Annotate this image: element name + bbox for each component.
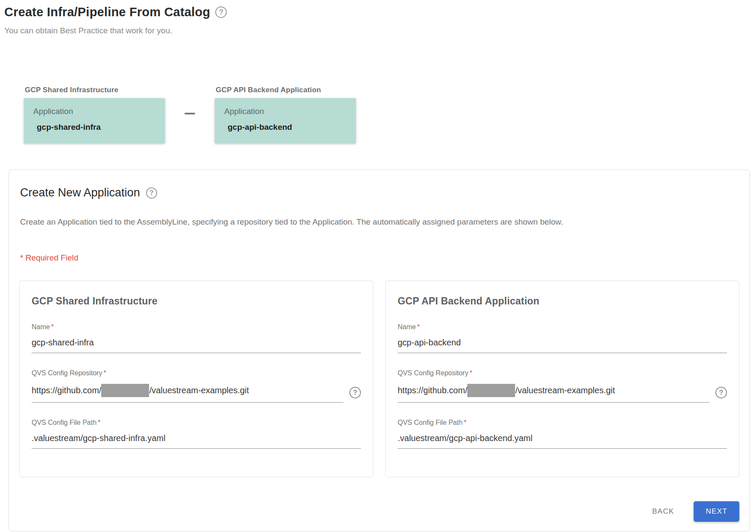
- path-field-label: QVS Config File Path*: [398, 419, 727, 427]
- name-input[interactable]: gcp-api-backend: [398, 334, 727, 353]
- repo-help-icon[interactable]: ?: [349, 387, 361, 398]
- name-field: Name* gcp-shared-infra: [32, 323, 361, 353]
- page-header: Create Infra/Pipeline From Catalog ? You…: [0, 0, 756, 35]
- repo-help-icon[interactable]: ?: [715, 387, 727, 398]
- redacted-text: [101, 384, 149, 397]
- preview-node-title: GCP Shared Infrastructure: [25, 86, 165, 94]
- name-field-label: Name*: [32, 323, 361, 331]
- page-subtitle: You can obtain Best Practice that work f…: [4, 26, 756, 35]
- node-name: gcp-api-backend: [228, 123, 346, 132]
- field-label-text: QVS Config Repository: [32, 369, 102, 377]
- name-field-label: Name*: [398, 323, 727, 331]
- qvs-config-file-path-field: QVS Config File Path* .valuestream/gcp-a…: [398, 419, 727, 449]
- page-title-help-icon[interactable]: ?: [215, 6, 227, 18]
- repo-value-prefix: https://github.com/: [32, 386, 101, 395]
- wizard-description: Create an Application tied to the Assemb…: [20, 217, 739, 227]
- repo-input[interactable]: https://github.com//valuestream-examples…: [398, 380, 709, 403]
- repo-input[interactable]: https://github.com//valuestream-examples…: [32, 380, 343, 403]
- field-label-text: Name: [32, 323, 50, 330]
- redacted-text: [467, 384, 515, 397]
- wizard-help-icon[interactable]: ?: [146, 187, 157, 199]
- node-name: gcp-shared-infra: [37, 123, 155, 132]
- path-field-label: QVS Config File Path*: [32, 419, 361, 427]
- wizard-actions: BACK NEXT: [19, 501, 739, 522]
- path-input[interactable]: .valuestream/gcp-shared-infra.yaml: [32, 430, 361, 449]
- node-kind-label: Application: [33, 107, 155, 116]
- field-label-text: QVS Config File Path: [32, 419, 97, 426]
- required-asterisk: *: [103, 369, 106, 377]
- preview-node-title: GCP API Backend Application: [216, 86, 356, 94]
- qvs-config-file-path-field: QVS Config File Path* .valuestream/gcp-s…: [32, 419, 361, 449]
- connector-line: [185, 113, 195, 114]
- field-label-text: QVS Config Repository: [398, 369, 468, 377]
- node-kind-label: Application: [224, 107, 346, 116]
- node-connector: [165, 86, 215, 114]
- section-title: GCP Shared Infrastructure: [32, 295, 361, 307]
- repo-value-suffix: /valuestream-examples.git: [515, 386, 615, 395]
- name-field: Name* gcp-api-backend: [398, 323, 727, 353]
- path-input[interactable]: .valuestream/gcp-api-backend.yaml: [398, 430, 727, 449]
- application-node-card: Application gcp-api-backend: [215, 98, 356, 143]
- section-gcp-api-backend-application: GCP API Backend Application Name* gcp-ap…: [385, 281, 739, 477]
- repo-value-prefix: https://github.com/: [398, 386, 467, 395]
- repo-field-label: QVS Config Repository*: [32, 369, 361, 377]
- required-asterisk: *: [417, 323, 420, 330]
- required-field-note: * Required Field: [20, 253, 739, 263]
- repo-value-suffix: /valuestream-examples.git: [149, 386, 249, 395]
- create-application-card: Create New Application ? Create an Appli…: [9, 170, 750, 532]
- name-input[interactable]: gcp-shared-infra: [32, 334, 361, 353]
- required-asterisk: *: [98, 419, 100, 426]
- preview-node-api-backend: GCP API Backend Application Application …: [215, 86, 356, 143]
- qvs-config-repository-field: QVS Config Repository* https://github.co…: [32, 369, 361, 403]
- required-asterisk: *: [464, 419, 466, 426]
- wizard-title: Create New Application: [20, 186, 140, 199]
- field-label-text: Name: [398, 323, 416, 330]
- preview-node-shared-infra: GCP Shared Infrastructure Application gc…: [24, 86, 165, 143]
- qvs-config-repository-field: QVS Config Repository* https://github.co…: [398, 369, 727, 403]
- next-button[interactable]: NEXT: [694, 501, 739, 522]
- pipeline-preview: GCP Shared Infrastructure Application gc…: [24, 86, 756, 143]
- page-title: Create Infra/Pipeline From Catalog: [4, 5, 210, 19]
- field-label-text: QVS Config File Path: [398, 419, 463, 426]
- application-node-card: Application gcp-shared-infra: [24, 98, 165, 143]
- required-asterisk: *: [51, 323, 54, 330]
- required-asterisk: *: [469, 369, 472, 377]
- back-button[interactable]: BACK: [649, 503, 678, 520]
- section-title: GCP API Backend Application: [398, 295, 727, 307]
- section-gcp-shared-infrastructure: GCP Shared Infrastructure Name* gcp-shar…: [19, 281, 373, 477]
- repo-field-label: QVS Config Repository*: [398, 369, 727, 377]
